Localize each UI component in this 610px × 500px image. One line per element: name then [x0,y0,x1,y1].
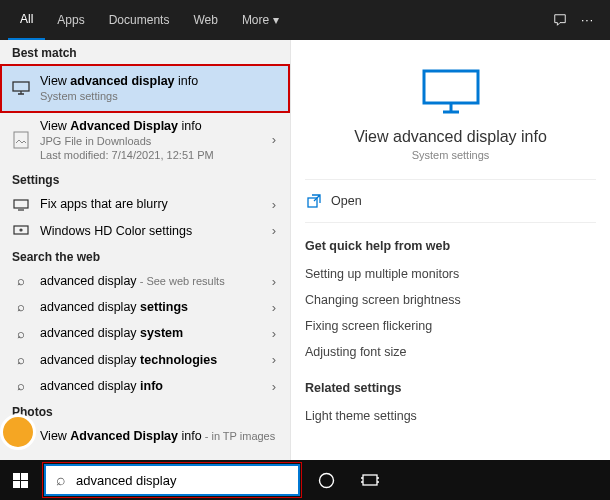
help-link-1[interactable]: Changing screen brightness [305,287,596,313]
settings-heading: Settings [0,167,290,191]
search-filter-tabs: All Apps Documents Web More▾ ··· [0,0,610,40]
tab-web[interactable]: Web [181,0,229,40]
chevron-right-icon: › [272,197,278,212]
preview-subtitle: System settings [305,149,596,161]
web-result-3[interactable]: ⌕advanced display technologies› [0,347,290,373]
settings-result-1[interactable]: Windows HD Color settings › [0,218,290,244]
search-icon: ⌕ [12,300,30,314]
open-action[interactable]: Open [305,179,596,223]
chevron-right-icon: › [272,274,278,289]
svg-rect-6 [424,71,478,103]
file-result[interactable]: View Advanced Display info JPG File in D… [0,113,290,168]
chevron-right-icon: › [272,132,278,147]
help-link-0[interactable]: Setting up multiple monitors [305,261,596,287]
image-file-icon [12,131,30,149]
photos-heading: Photos [0,399,290,423]
help-link-3[interactable]: Adjusting font size [305,339,596,365]
results-panel: Best match View advanced display info Sy… [0,40,290,460]
search-web-heading: Search the web [0,244,290,268]
monitor-icon [305,58,596,128]
search-icon: ⌕ [46,471,76,489]
open-icon [307,194,321,208]
chevron-down-icon: ▾ [273,13,279,27]
taskbar-search[interactable]: ⌕ [44,464,300,496]
tab-documents[interactable]: Documents [97,0,182,40]
search-icon: ⌕ [12,274,30,288]
svg-point-12 [319,473,333,487]
monitor-icon [12,81,30,95]
search-input[interactable] [76,466,298,494]
svg-rect-3 [14,226,28,234]
preview-panel: View advanced display info System settin… [290,40,610,460]
notification-badge[interactable] [0,414,36,450]
svg-rect-10 [13,481,20,488]
photo-result[interactable]: View Advanced Display info - in TP image… [0,423,290,449]
related-heading: Related settings [305,381,596,395]
tab-more[interactable]: More▾ [230,0,291,40]
chevron-right-icon: › [272,223,278,238]
chevron-right-icon: › [272,352,278,367]
preview-title: View advanced display info [305,128,596,146]
cortana-icon[interactable] [304,460,348,500]
web-result-2[interactable]: ⌕advanced display system› [0,320,290,346]
display-icon [12,225,30,237]
settings-result-0[interactable]: Fix apps that are blurry › [0,191,290,217]
svg-rect-8 [13,473,20,480]
task-view-icon[interactable] [348,460,392,500]
chevron-right-icon: › [272,300,278,315]
tab-apps[interactable]: Apps [45,0,96,40]
svg-rect-0 [13,82,29,91]
more-icon[interactable]: ··· [581,13,594,27]
svg-rect-11 [21,481,28,488]
web-result-1[interactable]: ⌕advanced display settings› [0,294,290,320]
chevron-right-icon: › [272,326,278,341]
help-link-2[interactable]: Fixing screen flickering [305,313,596,339]
svg-rect-2 [14,200,28,208]
web-result-0[interactable]: ⌕advanced display - See web results› [0,268,290,294]
search-icon: ⌕ [12,327,30,341]
help-heading: Get quick help from web [305,239,596,253]
taskbar: ⌕ [0,460,610,500]
feedback-icon[interactable] [553,13,567,27]
svg-point-4 [20,229,22,231]
svg-rect-13 [363,475,377,485]
search-icon: ⌕ [12,379,30,393]
related-link-0[interactable]: Light theme settings [305,403,596,429]
svg-rect-1 [14,132,28,148]
tab-all[interactable]: All [8,0,45,40]
web-result-4[interactable]: ⌕advanced display info› [0,373,290,399]
start-button[interactable] [0,460,40,500]
monitor-icon [12,199,30,211]
chevron-right-icon: › [272,379,278,394]
svg-rect-9 [21,473,28,480]
best-match-heading: Best match [0,40,290,64]
best-match-result[interactable]: View advanced display info System settin… [0,64,290,113]
search-icon: ⌕ [12,353,30,367]
